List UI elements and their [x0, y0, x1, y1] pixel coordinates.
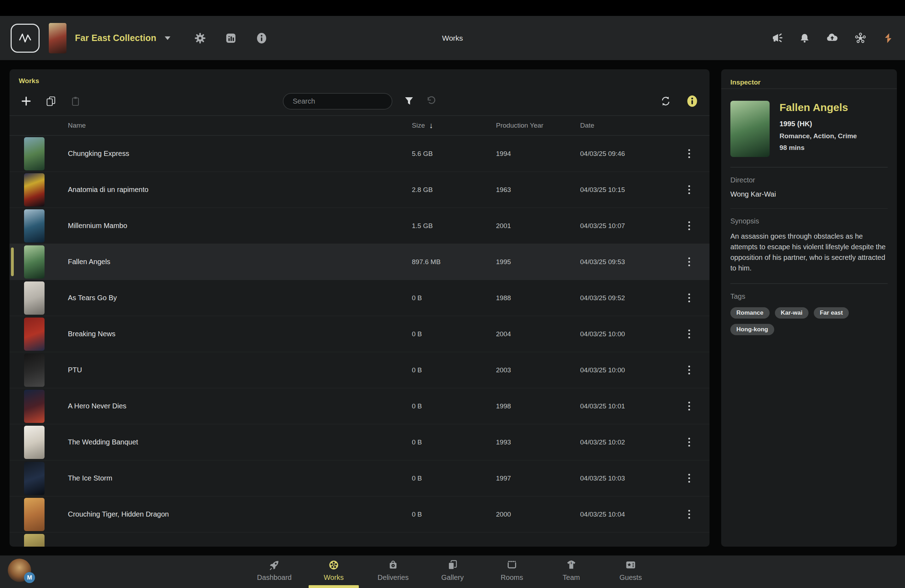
- page-title: Works: [442, 34, 463, 43]
- toggle-inspector-button[interactable]: [686, 95, 698, 107]
- row-name: Crouching Tiger, Hidden Dragon: [68, 510, 412, 518]
- row-kebab-menu-icon[interactable]: [686, 435, 693, 450]
- inspector-movie-header: Fallen Angels 1995 (HK) Romance, Action,…: [721, 89, 897, 167]
- row-kebab-menu-icon[interactable]: [686, 183, 693, 197]
- filter-button[interactable]: [404, 96, 414, 106]
- copy-button[interactable]: [46, 96, 56, 106]
- avatar-status-badge: M: [24, 572, 35, 583]
- analytics-button[interactable]: [225, 33, 236, 43]
- row-kebab-menu-icon[interactable]: [686, 291, 693, 305]
- settings-button[interactable]: [194, 33, 206, 44]
- table-row[interactable]: Millennium Mambo1.5 GB200104/03/25 10:07: [10, 208, 710, 244]
- row-menu-cell: [668, 291, 710, 305]
- row-poster-thumbnail: [24, 426, 44, 459]
- row-menu-cell: [668, 363, 710, 377]
- row-kebab-menu-icon[interactable]: [686, 507, 693, 521]
- table-row[interactable]: Chungking Express5.6 GB199404/03/25 09:4…: [10, 136, 710, 172]
- row-size: 1.5 GB: [412, 222, 496, 230]
- announcements-button[interactable]: [772, 32, 783, 44]
- table-row[interactable]: As Tears Go By0 B198804/03/25 09:52: [10, 280, 710, 316]
- paste-button[interactable]: [70, 96, 81, 106]
- column-header-size[interactable]: Size ↓: [412, 121, 496, 130]
- add-work-button[interactable]: [21, 96, 32, 106]
- table-row[interactable]: Anatomia di un rapimento2.8 GB196304/03/…: [10, 172, 710, 208]
- row-date: 04/03/25 09:52: [580, 294, 668, 302]
- table-row[interactable]: A Hero Never Dies0 B199804/03/25 10:01: [10, 388, 710, 424]
- row-year: 1997: [496, 475, 580, 482]
- orange-bolt-icon: [882, 32, 894, 44]
- row-date: 04/03/25 10:00: [580, 330, 668, 338]
- nav-item-guests[interactable]: Guests: [601, 555, 660, 588]
- hub-network-icon: [854, 32, 867, 44]
- column-header-name[interactable]: Name: [10, 122, 412, 129]
- collection-title[interactable]: Far East Collection: [75, 33, 156, 43]
- reset-button[interactable]: [426, 96, 436, 106]
- nav-item-works[interactable]: Works: [304, 555, 364, 588]
- column-header-year[interactable]: Production Year: [496, 122, 580, 129]
- search-input[interactable]: [283, 93, 392, 110]
- bar-chart-icon: [225, 33, 236, 43]
- movie-runtime: 98 mins: [780, 144, 857, 152]
- notifications-button[interactable]: [799, 33, 810, 44]
- synopsis-section: Synopsis An assassin goes through obstac…: [721, 208, 897, 283]
- nav-label: Deliveries: [378, 574, 409, 582]
- table-row[interactable]: Fallen Angels897.6 MB199504/03/25 09:53: [10, 244, 710, 280]
- row-poster-thumbnail: [24, 209, 44, 243]
- film-reel-icon: [328, 559, 339, 571]
- row-size: 0 B: [412, 294, 496, 302]
- row-size: 0 B: [412, 366, 496, 374]
- row-poster-thumbnail: [24, 462, 44, 495]
- row-kebab-menu-icon[interactable]: [686, 363, 693, 377]
- row-date: 04/03/25 10:07: [580, 222, 668, 230]
- table-row[interactable]: The Wedding Banquet0 B199304/03/25 10:02: [10, 424, 710, 460]
- nav-item-dashboard[interactable]: Dashboard: [245, 555, 304, 588]
- nav-item-team[interactable]: 1Team: [541, 555, 601, 588]
- table-row[interactable]: Breaking News0 B200404/03/25 10:00: [10, 316, 710, 352]
- row-size: 0 B: [412, 330, 496, 338]
- row-kebab-menu-icon[interactable]: [686, 219, 693, 233]
- row-year: 1993: [496, 439, 580, 446]
- row-name: The Ice Storm: [68, 474, 412, 482]
- cloud-upload-button[interactable]: [826, 32, 838, 44]
- row-poster-thumbnail: [24, 354, 44, 387]
- app-logo-button[interactable]: [11, 24, 40, 53]
- column-header-date[interactable]: Date: [580, 122, 668, 129]
- nav-item-deliveries[interactable]: Deliveries: [364, 555, 423, 588]
- megaphone-icon: [772, 32, 783, 44]
- row-date: 04/03/25 09:53: [580, 258, 668, 266]
- chevron-down-icon[interactable]: [165, 37, 170, 40]
- row-poster-thumbnail: [24, 389, 44, 423]
- row-year: 2003: [496, 366, 580, 374]
- sync-activity-button[interactable]: [882, 32, 894, 44]
- copy-icon: [46, 96, 56, 106]
- network-button[interactable]: [854, 32, 867, 44]
- row-menu-cell: [668, 471, 710, 485]
- tag-pill: Far east: [814, 307, 849, 319]
- nav-item-rooms[interactable]: Rooms: [482, 555, 541, 588]
- row-kebab-menu-icon[interactable]: [686, 146, 693, 161]
- funnel-icon: [404, 96, 414, 106]
- column-label-date: Date: [580, 122, 594, 129]
- row-menu-cell: [668, 183, 710, 197]
- row-menu-cell: [668, 254, 710, 269]
- row-size: 0 B: [412, 510, 496, 518]
- refresh-button[interactable]: [660, 95, 671, 107]
- movie-genres: Romance, Action, Crime: [780, 132, 857, 140]
- guests-card-icon: [625, 559, 636, 571]
- table-row[interactable]: The Ice Storm0 B199704/03/25 10:03: [10, 460, 710, 496]
- row-date: 04/03/25 09:46: [580, 150, 668, 158]
- row-size: 897.6 MB: [412, 258, 496, 266]
- row-kebab-menu-icon[interactable]: [686, 254, 693, 269]
- row-kebab-menu-icon[interactable]: [686, 327, 693, 341]
- nav-item-gallery[interactable]: Gallery: [423, 555, 482, 588]
- row-kebab-menu-icon[interactable]: [686, 399, 693, 413]
- clipboard-icon: [70, 96, 81, 106]
- table-row[interactable]: Crouching Tiger, Hidden Dragon0 B200004/…: [10, 496, 710, 532]
- table-row-partial[interactable]: [10, 532, 710, 546]
- delivery-bag-icon: [387, 559, 399, 571]
- about-button[interactable]: [256, 33, 267, 44]
- row-year: 1963: [496, 186, 580, 194]
- row-kebab-menu-icon[interactable]: [686, 471, 693, 485]
- table-row[interactable]: PTU0 B200304/03/25 10:00: [10, 352, 710, 388]
- plus-icon: [21, 96, 32, 106]
